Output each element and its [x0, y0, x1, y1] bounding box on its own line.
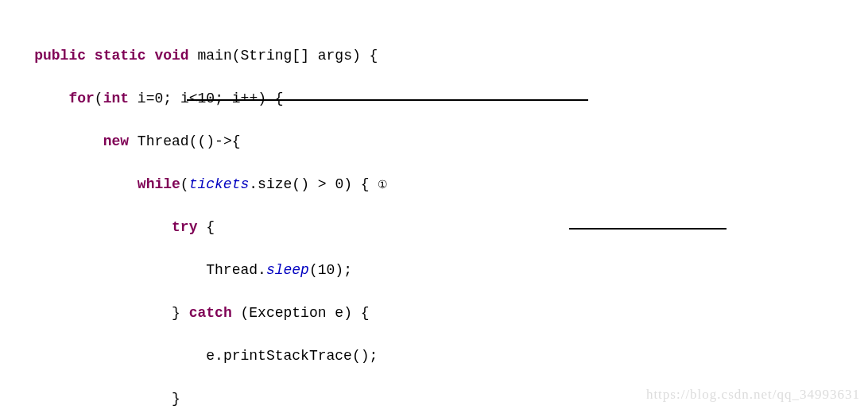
kw-static: static: [95, 48, 146, 64]
code-block: public static void main(String[] args) {…: [0, 0, 868, 409]
kw-public: public: [34, 48, 86, 64]
code-line-5: try {: [0, 217, 868, 238]
kw-catch: catch: [189, 305, 232, 321]
kw-while: while: [138, 176, 180, 192]
marker-1: ①: [378, 178, 388, 191]
kw-try: try: [172, 219, 197, 235]
watermark: https://blog.csdn.net/qq_34993631: [646, 387, 860, 403]
code-line-6: Thread.sleep(10);: [0, 260, 868, 281]
method-sleep: sleep: [266, 262, 309, 278]
type-exception: Exception: [249, 305, 326, 321]
type-string: String: [241, 48, 293, 64]
underline-1: [187, 99, 588, 101]
code-line-8: e.printStackTrace();: [0, 345, 868, 367]
code-line-4: while(tickets.size() > 0) { ①: [0, 174, 868, 195]
method-printstacktrace: printStackTrace: [223, 348, 352, 364]
kw-new: new: [103, 133, 129, 149]
method-size: size: [258, 176, 292, 192]
arg-args: args: [318, 48, 352, 64]
method-main: main: [198, 48, 232, 64]
kw-void: void: [154, 48, 188, 64]
code-line-7: } catch (Exception e) {: [0, 303, 868, 324]
kw-for: for: [68, 91, 94, 106]
code-line-3: new Thread(()->{: [0, 131, 868, 152]
code-line-1: public static void main(String[] args) {: [0, 45, 868, 67]
kw-int: int: [103, 91, 129, 106]
type-thread: Thread: [138, 133, 189, 149]
underline-2: [569, 228, 727, 230]
field-tickets: tickets: [189, 176, 250, 192]
